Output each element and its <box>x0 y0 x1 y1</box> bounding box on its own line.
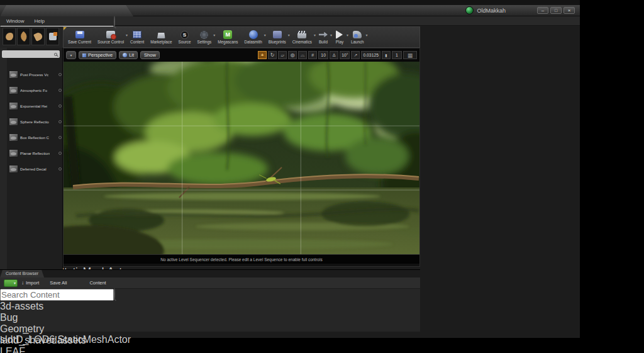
blueprints-icon <box>273 31 282 38</box>
grid-snap-icon[interactable] <box>308 51 317 59</box>
toolbar-button-source-control[interactable]: Source Control <box>94 27 127 47</box>
mode-place-icon[interactable] <box>3 28 16 45</box>
folder-tile-bug[interactable]: Bug <box>0 312 420 323</box>
floppy-icon <box>75 31 84 38</box>
toolbar-button-datasmith[interactable]: Datasmith <box>241 27 265 47</box>
mode-geometry-icon[interactable] <box>46 28 59 45</box>
marketplace-icon <box>157 31 165 38</box>
viewport-scene[interactable] <box>64 62 419 254</box>
search-icon <box>114 16 115 28</box>
top-strip <box>0 0 580 5</box>
folder-tile-3d-assets[interactable]: 3d-assets <box>0 301 420 312</box>
add-new-button[interactable] <box>4 279 18 287</box>
place-actors-panel: Post Process Vc Atmospheric Fo Exponenti… <box>0 48 63 269</box>
toolbar-button-cinematics[interactable]: Cinematics <box>289 27 315 47</box>
place-item-planar-reflection[interactable]: Planar Reflection <box>9 147 62 159</box>
scale-snap-icon[interactable] <box>351 51 360 59</box>
perspective-icon <box>82 53 86 57</box>
viewport-options-button[interactable] <box>66 51 76 59</box>
toolbar-button-blueprints[interactable]: Blueprints <box>265 27 289 47</box>
folder-tile-leaf[interactable]: LEAF <box>0 346 420 353</box>
window-title: OldMakkah <box>477 8 506 14</box>
boxreflection-icon <box>9 133 18 142</box>
grab-handle-icon <box>58 120 62 123</box>
show-button[interactable]: Show <box>140 51 160 59</box>
lit-icon <box>123 53 127 57</box>
atmosphericfog-icon <box>9 86 18 94</box>
rotation-snap-icon[interactable] <box>330 51 338 59</box>
title-bar[interactable]: OldMakkah <box>0 5 580 16</box>
unreal-editor-window: OldMakkah WindowHelp Save Current Source… <box>0 5 580 338</box>
folder-tile-land-shavedassets[interactable]: land_shavedassets <box>0 335 420 346</box>
scale-tool-icon[interactable] <box>278 51 287 59</box>
lit-button[interactable]: Lit <box>119 51 138 59</box>
grab-handle-icon <box>58 104 62 108</box>
level-viewport: Perspective Lit Show 10 <box>63 48 420 267</box>
save-all-button[interactable]: Save All <box>43 280 67 286</box>
mode-paint-icon[interactable] <box>17 28 30 45</box>
camera-speed-icon[interactable] <box>382 51 391 59</box>
perspective-button[interactable]: Perspective <box>79 51 116 59</box>
toolbar-button-megascans[interactable]: Megascans <box>214 27 241 47</box>
grab-handle-icon <box>58 73 62 76</box>
surface-snap-icon[interactable] <box>298 51 307 59</box>
toolbar-button-play[interactable]: Play <box>331 27 348 47</box>
place-item-post-process-vc[interactable]: Post Process Vc <box>9 68 62 81</box>
close-button[interactable] <box>564 7 575 14</box>
maximize-viewport-icon[interactable] <box>403 51 417 59</box>
folder-tile-geometry[interactable]: Geometry <box>0 323 420 335</box>
grab-handle-icon <box>58 152 62 155</box>
toolbar-button-save-current[interactable]: Save Current <box>65 27 94 47</box>
toolbar-button-marketplace[interactable]: Marketplace <box>147 27 175 47</box>
grid-snap-value[interactable]: 10 <box>318 51 328 59</box>
toolbar-button-build[interactable]: Build <box>315 27 331 47</box>
content-browser-tab[interactable]: Content Browser <box>0 270 44 277</box>
jungle-scene-render <box>64 62 419 254</box>
mode-foliage-icon[interactable] <box>31 28 45 45</box>
content-browser-toolbar: Import Save All Content <box>0 277 420 289</box>
import-button[interactable]: Import <box>21 280 39 286</box>
asset-grid: 3d-assets Bug Geometry land_shavedassets… <box>0 301 420 353</box>
breadcrumb[interactable]: Content <box>89 280 106 286</box>
toolbar-button-launch[interactable]: Launch <box>348 27 367 47</box>
minimize-button[interactable] <box>537 7 548 14</box>
place-item-sphere-reflectio[interactable]: Sphere Reflectio <box>9 115 62 128</box>
build-icon <box>319 31 328 38</box>
menu-bar: WindowHelp <box>0 16 580 26</box>
menu-window[interactable]: Window <box>6 18 24 24</box>
scale-snap-value[interactable]: 0.03125 <box>361 51 380 59</box>
place-search-input[interactable] <box>2 52 54 57</box>
place-item-exponential-hei[interactable]: Exponential Hei <box>9 99 62 112</box>
window-title-group: OldMakkah <box>465 6 506 14</box>
content-icon <box>133 31 142 38</box>
save-icon <box>43 281 48 286</box>
spherereflection-icon <box>9 118 18 126</box>
play-icon <box>336 30 343 39</box>
modes-toolbar <box>0 26 63 48</box>
menu-help[interactable]: Help <box>34 18 44 24</box>
main-toolbar: Save Current Source Control Content Mark… <box>63 26 420 48</box>
toolbar-button-settings[interactable]: Settings <box>194 27 214 47</box>
place-item-deferred-decal[interactable]: Deferred Decal <box>9 162 62 175</box>
planarreflection-icon <box>9 149 18 157</box>
place-item-box-reflection-c[interactable]: Box Reflection C <box>9 131 62 143</box>
rotation-snap-value[interactable]: 10° <box>340 51 350 59</box>
place-search[interactable] <box>2 50 60 58</box>
content-search[interactable] <box>0 289 118 300</box>
camera-speed-value[interactable]: 1 <box>392 51 402 59</box>
launch-icon <box>353 31 362 38</box>
search-icon <box>114 288 115 300</box>
restore-button[interactable] <box>550 7 562 14</box>
world-local-toggle-icon[interactable] <box>288 51 297 59</box>
move-tool-icon[interactable] <box>258 51 267 59</box>
window-tab[interactable] <box>0 5 133 16</box>
toolbar-button-content[interactable]: Content <box>127 27 147 47</box>
chevron-down-icon[interactable] <box>366 33 368 37</box>
content-search-input[interactable] <box>0 289 114 301</box>
import-icon <box>21 280 24 286</box>
place-item-atmospheric-fo[interactable]: Atmospheric Fo <box>9 84 62 96</box>
rotate-tool-icon[interactable] <box>268 51 277 59</box>
cinematics-icon <box>297 31 306 38</box>
settings-icon <box>200 31 208 39</box>
toolbar-button-source[interactable]: Source <box>175 27 194 47</box>
